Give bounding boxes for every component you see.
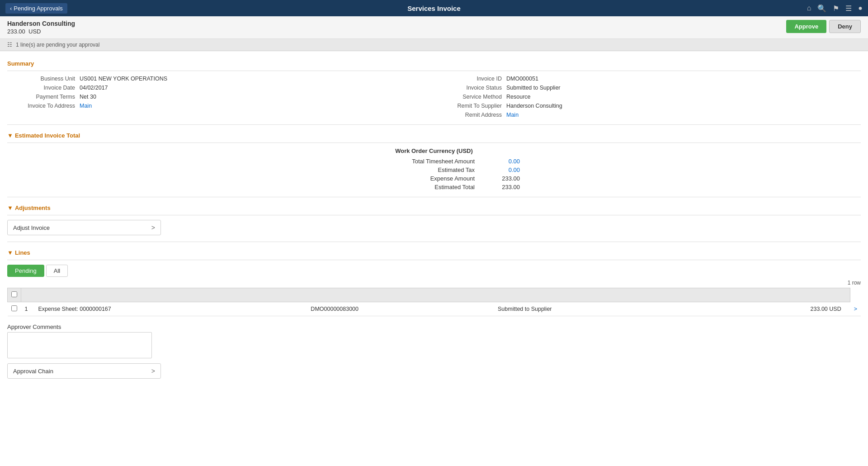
table-row: 1 Expense Sheet: 0000000167 DMO000000830… [8,302,861,316]
remit-to-supplier-label: Remit To Supplier [434,103,506,109]
remit-to-supplier-value: Handerson Consulting [506,103,562,109]
adjustments-chevron-icon: ▼ [7,204,13,211]
approval-chain-chevron-right-icon: > [151,367,155,375]
user-icon[interactable]: ● [858,4,863,12]
currency-header: Work Order Currency (USD) [7,147,861,158]
expense-id: 0000000167 [80,306,111,312]
eit-table: Work Order Currency (USD) Total Timeshee… [7,147,861,190]
business-unit-row: Business Unit US001 NEW YORK OPERATIONS [7,76,434,82]
back-arrow-icon: ‹ [10,5,12,12]
menu-icon[interactable]: ☰ [845,4,852,13]
summary-right: Invoice ID DMO000051 Invoice Status Subm… [434,76,861,118]
row-doc-id: DMO00000083000 [307,302,494,316]
tab-all[interactable]: All [46,265,68,277]
approve-button[interactable]: Approve [786,20,826,33]
top-nav: ‹ Pending Approvals Services Invoice ⌂ 🔍… [0,0,868,16]
amount-line: 233.00 USD [7,28,861,35]
invoice-date-value: 04/02/2017 [80,85,108,91]
adjust-invoice-label: Adjust Invoice [13,224,50,231]
adjustments-section-label: Adjustments [15,204,51,211]
home-icon[interactable]: ⌂ [807,4,811,12]
invoice-date-row: Invoice Date 04/02/2017 [7,85,434,91]
adjustments-section-header: ▼ Adjustments [7,204,861,211]
eit-expense-value: 233.00 [484,175,520,182]
payment-terms-value: Net 30 [80,94,96,100]
approval-chain-label: Approval Chain [13,368,53,375]
invoice-status-value: Submitted to Supplier [506,85,561,91]
pending-info-bar: ☷ 1 line(s) are pending your approval [0,39,868,51]
payment-terms-label: Payment Terms [7,94,80,100]
eit-row-tax: Estimated Tax 0.00 [7,166,861,173]
approve-deny-area: Approve Deny [786,20,861,33]
eit-row-total: Estimated Total 233.00 [7,184,861,190]
select-all-checkbox[interactable] [11,291,17,297]
business-unit-label: Business Unit [7,76,80,82]
remit-address-label: Remit Address [434,112,506,118]
payment-terms-row: Payment Terms Net 30 [7,94,434,100]
adjust-chevron-right-icon: > [151,224,155,231]
summary-grid: Business Unit US001 NEW YORK OPERATIONS … [7,76,861,118]
eit-timesheet-label: Total Timesheet Amount [348,158,484,165]
checkbox-header [8,288,21,302]
row-checkbox[interactable] [11,305,17,311]
row-chevron-right[interactable]: > [850,302,861,316]
main-content: Summary Business Unit US001 NEW YORK OPE… [0,51,868,383]
invoice-id-label: Invoice ID [434,76,506,82]
company-name: Handerson Consulting [7,20,861,27]
service-method-label: Service Method [434,94,506,100]
invoice-date-label: Invoice Date [7,85,80,91]
approver-comments-section: Approver Comments [7,323,861,360]
flag-icon[interactable]: ⚑ [833,4,839,13]
lines-chevron-icon: ▼ [7,249,13,256]
eit-section-header: ▼ Estimated Invoice Total [7,132,861,139]
service-method-value: Resource [506,94,531,100]
lines-section-header: ▼ Lines [7,249,861,256]
row-number: 1 [21,302,35,316]
eit-total-value: 233.00 [484,184,520,190]
eit-tax-value: 0.00 [484,166,520,173]
expense-type-label: Expense Sheet: [38,306,78,312]
row-type-expense: Expense Sheet: 0000000167 [35,302,307,316]
pending-message: 1 line(s) are pending your approval [16,42,99,48]
eit-row-expense: Expense Amount 233.00 [7,175,861,182]
approval-chain-button[interactable]: Approval Chain > [7,363,161,379]
eit-chevron-icon: ▼ [7,132,13,139]
lines-section-label: Lines [15,249,30,256]
table-header-spacer [21,288,850,302]
remit-to-supplier-row: Remit To Supplier Handerson Consulting [434,103,861,109]
back-button[interactable]: ‹ Pending Approvals [5,3,67,14]
search-icon[interactable]: 🔍 [817,4,826,13]
approver-comments-textarea[interactable] [7,332,152,358]
amount-value: 233.00 [7,28,25,35]
invoice-id-value: DMO000051 [506,76,538,82]
invoice-status-label: Invoice Status [434,85,506,91]
eit-tax-label: Estimated Tax [348,166,484,173]
list-icon: ☷ [7,42,12,48]
invoice-to-address-link[interactable]: Main [80,103,92,109]
nav-icons: ⌂ 🔍 ⚑ ☰ ● [807,4,863,13]
eit-timesheet-value: 0.00 [484,158,520,165]
deny-button[interactable]: Deny [829,20,861,33]
remit-address-link[interactable]: Main [506,112,519,118]
page-title: Services Invoice [407,5,461,12]
row-amount: 233.00 USD [703,302,850,316]
invoice-status-row: Invoice Status Submitted to Supplier [434,85,861,91]
back-label: Pending Approvals [14,5,62,12]
remit-address-row: Remit Address Main [434,112,861,118]
invoice-id-row: Invoice ID DMO000051 [434,76,861,82]
lines-tabs: Pending All [7,265,861,277]
summary-left: Business Unit US001 NEW YORK OPERATIONS … [7,76,434,118]
adjust-invoice-button[interactable]: Adjust Invoice > [7,220,161,235]
row-status: Submitted to Supplier [494,302,703,316]
summary-section-header: Summary [7,60,861,67]
currency: USD [28,28,41,35]
table-header-row [8,288,861,302]
invoice-to-address-row: Invoice To Address Main [7,103,434,109]
eit-row-timesheet: Total Timesheet Amount 0.00 [7,158,861,165]
row-count: 1 row [7,280,861,286]
header-area: Handerson Consulting 233.00 USD [0,16,868,39]
approver-comments-label: Approver Comments [7,323,861,330]
lines-table: 1 Expense Sheet: 0000000167 DMO000000830… [7,288,861,316]
service-method-row: Service Method Resource [434,94,861,100]
tab-pending[interactable]: Pending [7,265,44,277]
